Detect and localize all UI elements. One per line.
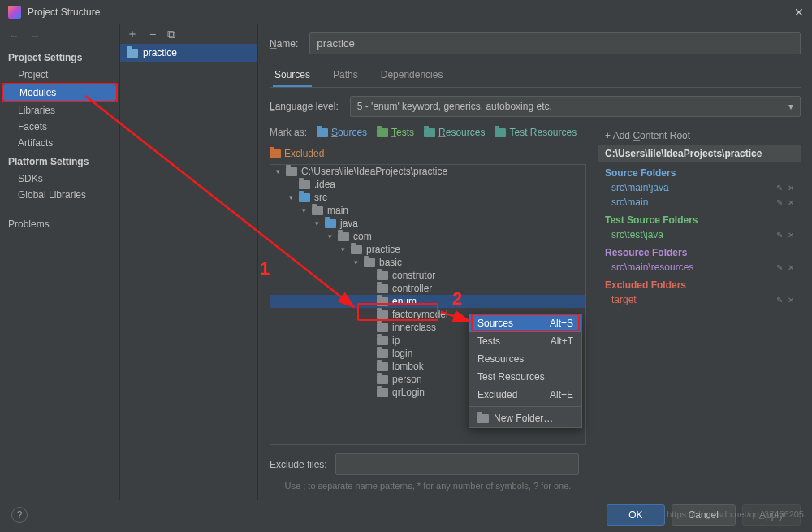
tree-twist-icon[interactable]: ▾	[326, 232, 334, 240]
ctx-item-new-folder[interactable]: New Folder…	[469, 409, 581, 427]
tree-twist-icon[interactable]: ▾	[300, 206, 308, 214]
ctx-item-sources[interactable]: SourcesAlt+S	[469, 314, 581, 332]
tree-row[interactable]: controller	[270, 282, 585, 295]
ctx-item-tests[interactable]: TestsAlt+T	[469, 332, 581, 350]
watermark: https://blog.csdn.net/qq_37456205	[667, 509, 804, 519]
tree-twist-icon[interactable]: ▾	[287, 193, 295, 201]
copy-module-icon[interactable]: ⧉	[167, 28, 175, 41]
name-input[interactable]	[309, 32, 801, 54]
language-level-combo[interactable]: 5 - 'enum' keyword, generics, autoboxing…	[350, 96, 801, 117]
tree-row[interactable]: ▾ com	[270, 230, 585, 243]
ctx-item-excluded[interactable]: ExcludedAlt+E	[469, 386, 581, 404]
ctx-item-test resources[interactable]: Test Resources	[469, 368, 581, 386]
tree-label: .idea	[314, 179, 335, 190]
exclude-hint: Use ; to separate name patterns, * for a…	[270, 480, 586, 492]
remove-icon[interactable]: ✕	[788, 263, 794, 272]
titlebar: Project Structure ✕	[0, 0, 812, 24]
content-roots-panel: Add Content Root C:\Users\lile\IdeaProje…	[598, 127, 801, 500]
annotation-number-1: 1	[260, 258, 270, 279]
remove-icon[interactable]: ✕	[788, 184, 794, 192]
sidebar-item-problems[interactable]: Problems	[0, 216, 119, 232]
markas-excluded[interactable]: Excluded	[270, 148, 324, 159]
folder-icon	[299, 180, 310, 189]
ok-button[interactable]: OK	[607, 504, 664, 526]
sidebar-item-project[interactable]: Project	[0, 67, 119, 83]
roots-item[interactable]: src\main✎✕	[598, 195, 801, 210]
tree-row[interactable]: ▾ java	[270, 217, 585, 230]
folder-icon	[338, 232, 349, 241]
folder-icon	[377, 271, 388, 280]
context-menu: SourcesAlt+STestsAlt+TResourcesTest Reso…	[469, 314, 582, 428]
markas-test-resources[interactable]: Test Resources	[495, 127, 577, 138]
sidebar-item-sdks[interactable]: SDKs	[0, 171, 119, 187]
folder-icon	[377, 375, 388, 384]
tree-label: main	[327, 205, 348, 216]
mark-as-toolbar: Mark as: Sources Tests Resources Test Re…	[270, 127, 586, 159]
roots-item[interactable]: src\test\java✎✕	[598, 227, 801, 242]
module-item-practice[interactable]: practice	[120, 44, 257, 62]
tab-paths[interactable]: Paths	[331, 64, 360, 87]
tree-row[interactable]: ▾ practice	[270, 243, 585, 256]
sidebar-item-global-libraries[interactable]: Global Libraries	[0, 187, 119, 203]
module-label: practice	[143, 47, 177, 58]
edit-icon[interactable]: ✎	[776, 184, 783, 192]
remove-module-icon[interactable]: −	[149, 28, 156, 41]
module-tabs: Sources Paths Dependencies	[270, 64, 801, 88]
tree-label: person	[392, 374, 422, 385]
add-module-icon[interactable]: ＋	[127, 27, 138, 41]
tree-label: src	[314, 192, 327, 203]
roots-category-exc: Excluded Folders	[598, 275, 801, 292]
folder-icon	[424, 128, 435, 137]
tree-label: construtor	[392, 270, 435, 281]
folder-icon	[377, 128, 388, 137]
remove-icon[interactable]: ✕	[788, 231, 794, 240]
tab-dependencies[interactable]: Dependencies	[379, 64, 445, 87]
ctx-item-resources[interactable]: Resources	[469, 350, 581, 368]
help-icon[interactable]: ?	[11, 507, 28, 523]
close-icon[interactable]: ✕	[794, 6, 804, 19]
tree-twist-icon[interactable]: ▾	[274, 167, 282, 175]
roots-item[interactable]: src\main\resources✎✕	[598, 260, 801, 275]
sidebar-item-libraries[interactable]: Libraries	[0, 102, 119, 119]
tree-row[interactable]: .idea	[270, 178, 585, 191]
tree-twist-icon[interactable]: ▾	[352, 258, 360, 266]
folder-icon	[299, 193, 310, 202]
markas-tests[interactable]: Tests	[377, 127, 414, 138]
markas-resources[interactable]: Resources	[424, 127, 485, 138]
add-content-root[interactable]: Add Content Root	[598, 127, 801, 145]
tree-row[interactable]: construtor	[270, 269, 585, 282]
tree-twist-icon[interactable]: ▾	[313, 219, 321, 227]
sidebar-item-facets[interactable]: Facets	[0, 119, 119, 135]
folder-icon	[377, 297, 388, 306]
roots-category-src: Source Folders	[598, 162, 801, 180]
edit-icon[interactable]: ✎	[776, 198, 783, 207]
edit-icon[interactable]: ✎	[776, 296, 783, 305]
roots-item[interactable]: target✎✕	[598, 292, 801, 307]
tree-row[interactable]: enum	[270, 295, 585, 308]
folder-icon	[377, 284, 388, 293]
folder-icon	[317, 128, 328, 137]
edit-icon[interactable]: ✎	[776, 231, 783, 240]
content-root-path[interactable]: C:\Users\lile\IdeaProjects\practice	[598, 145, 801, 162]
annotation-box-modules: Modules	[2, 83, 118, 102]
tree-row[interactable]: ▾ src	[270, 191, 585, 204]
sidebar-item-artifacts[interactable]: Artifacts	[0, 135, 119, 151]
tree-row[interactable]: ▾ basic	[270, 256, 585, 269]
tab-sources[interactable]: Sources	[273, 64, 312, 87]
roots-category-res: Resource Folders	[598, 242, 801, 260]
markas-sources[interactable]: Sources	[317, 127, 367, 138]
tree-label: login	[392, 348, 412, 359]
tree-row[interactable]: ▾ C:\Users\lile\IdeaProjects\practice	[270, 165, 585, 178]
remove-icon[interactable]: ✕	[788, 198, 794, 207]
remove-icon[interactable]: ✕	[788, 296, 794, 305]
roots-item[interactable]: src\main\java✎✕	[598, 180, 801, 195]
language-level-label: Language level:	[270, 101, 339, 112]
tree-twist-icon[interactable]: ▾	[339, 245, 347, 253]
edit-icon[interactable]: ✎	[776, 263, 783, 272]
module-list: ＋ − ⧉ practice	[120, 24, 258, 500]
sidebar-item-modules[interactable]: Modules	[3, 84, 116, 101]
exclude-files-input[interactable]	[335, 453, 579, 475]
tree-row[interactable]: ▾ main	[270, 204, 585, 217]
nav-arrows[interactable]: ← →	[0, 24, 119, 47]
tree-label: practice	[366, 244, 400, 255]
